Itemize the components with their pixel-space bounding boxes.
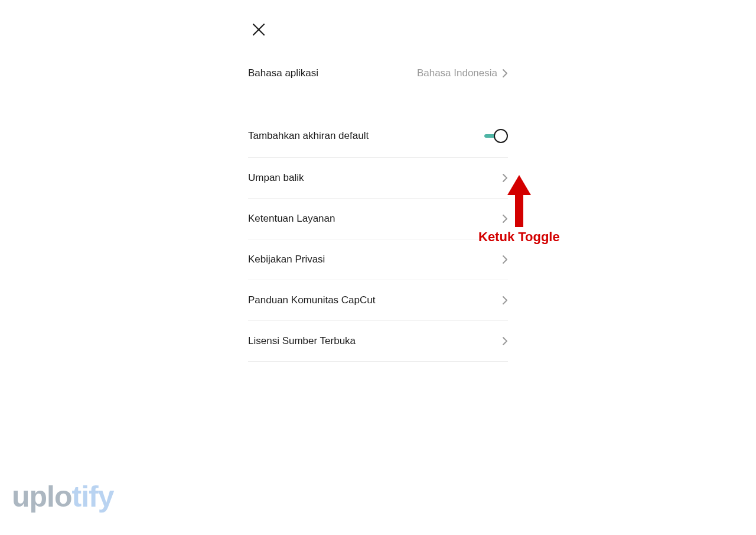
language-label: Bahasa aplikasi: [248, 67, 318, 79]
annotation-callout: Ketuk Toggle: [478, 175, 560, 245]
close-button[interactable]: [252, 22, 266, 37]
arrow-up-icon: [507, 175, 531, 227]
chevron-right-icon: [502, 336, 508, 346]
settings-row-terms[interactable]: Ketentuan Layanan: [248, 199, 508, 239]
default-suffix-label: Tambahkan akhiran default: [248, 130, 369, 142]
close-icon: [252, 22, 266, 37]
settings-row-opensource[interactable]: Lisensi Sumber Terbuka: [248, 321, 508, 362]
feedback-label: Umpan balik: [248, 172, 304, 184]
toggle-knob: [494, 129, 508, 143]
language-value: Bahasa Indonesia: [417, 67, 497, 79]
terms-label: Ketentuan Layanan: [248, 213, 335, 225]
settings-row-language[interactable]: Bahasa aplikasi Bahasa Indonesia: [248, 67, 508, 115]
watermark-part1: uplo: [12, 480, 72, 513]
opensource-label: Lisensi Sumber Terbuka: [248, 335, 356, 347]
chevron-right-icon: [502, 296, 508, 305]
watermark-logo: uplotify: [12, 479, 114, 514]
watermark-part2: tify: [72, 480, 114, 513]
chevron-right-icon: [502, 255, 508, 264]
privacy-label: Kebijakan Privasi: [248, 254, 325, 265]
settings-row-default-suffix: Tambahkan akhiran default: [248, 115, 508, 158]
settings-row-privacy[interactable]: Kebijakan Privasi: [248, 239, 508, 280]
community-label: Panduan Komunitas CapCut: [248, 294, 375, 306]
language-value-wrap: Bahasa Indonesia: [417, 67, 508, 79]
chevron-right-icon: [502, 69, 508, 78]
settings-row-feedback[interactable]: Umpan balik: [248, 158, 508, 199]
settings-row-community[interactable]: Panduan Komunitas CapCut: [248, 280, 508, 321]
annotation-text: Ketuk Toggle: [478, 229, 560, 245]
default-suffix-toggle[interactable]: [484, 129, 508, 143]
settings-panel: Bahasa aplikasi Bahasa Indonesia Tambahk…: [248, 0, 508, 362]
